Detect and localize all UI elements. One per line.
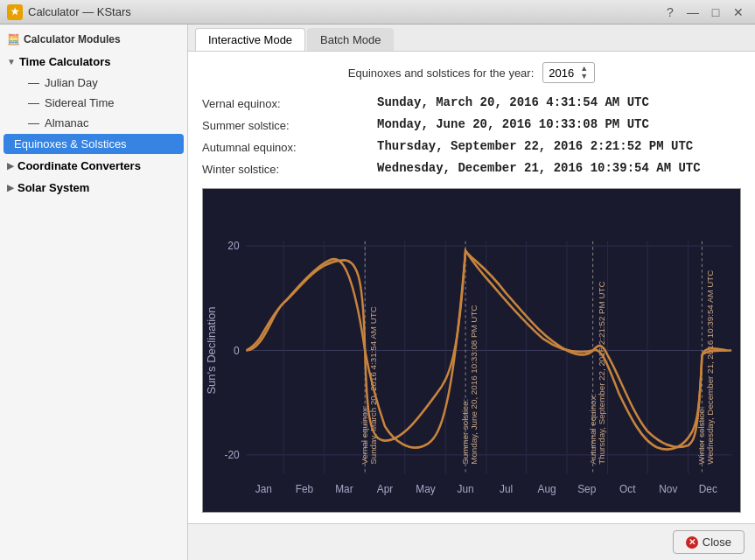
svg-text:Winter solstice:: Winter solstice: [698, 407, 707, 465]
coordinate-converters-label: Coordinate Converters [17, 159, 141, 172]
maximize-button[interactable]: □ [706, 3, 725, 22]
app-icon: ★ [7, 4, 23, 20]
svg-text:Thursday, September 22, 2016 2: Thursday, September 22, 2016 2:21:52 PM … [598, 281, 606, 465]
year-spinner-buttons: ▲ ▼ [579, 65, 589, 80]
svg-text:Monday, June 20, 2016 10:33:08: Monday, June 20, 2016 10:33:08 PM UTC [470, 304, 479, 464]
window-close-button[interactable]: ✕ [729, 3, 748, 22]
autumnal-value: Thursday, September 22, 2016 2:21:52 PM … [377, 139, 741, 154]
coord-expand-icon: ▶ [7, 161, 14, 171]
tab-content-interactive: Equinoxes and solstices for the year: 20… [188, 52, 755, 523]
almanac-label: Almanac [45, 116, 89, 130]
svg-text:Sun's Declination: Sun's Declination [206, 306, 217, 394]
close-button[interactable]: ✕ Close [673, 530, 745, 554]
svg-text:Aug: Aug [538, 483, 556, 496]
interactive-tab-label: Interactive Mode [208, 33, 292, 46]
dash-icon3: — [28, 116, 39, 130]
svg-text:Mar: Mar [335, 483, 353, 496]
dash-icon: — [28, 76, 39, 89]
summer-value: Monday, June 20, 2016 10:33:08 PM UTC [377, 117, 741, 132]
svg-text:Jul: Jul [500, 483, 513, 496]
summer-label: Summer solstice: [202, 117, 377, 132]
events-grid: Vernal equinox: Sunday, March 20, 2016 4… [202, 95, 741, 176]
solar-declination-chart: 20 0 -20 Sun's Declination Jan Feb Mar A… [202, 188, 741, 513]
year-decrement-button[interactable]: ▼ [579, 73, 589, 80]
sidebar-item-almanac[interactable]: — Almanac [0, 113, 187, 133]
year-row: Equinoxes and solstices for the year: 20… [202, 62, 741, 83]
svg-text:Dec: Dec [699, 483, 717, 496]
chart-svg: 20 0 -20 Sun's Declination Jan Feb Mar A… [203, 189, 740, 512]
dash-icon2: — [28, 96, 39, 109]
titlebar: ★ Calculator — KStars ? — □ ✕ [0, 0, 755, 24]
svg-text:Nov: Nov [659, 483, 678, 496]
sidebar-section-time[interactable]: ▼ Time Calculators [0, 51, 187, 73]
svg-text:Oct: Oct [619, 483, 636, 496]
equinoxes-label: Equinoxes & Solstices [14, 137, 127, 150]
winter-label: Winter solstice: [202, 161, 377, 176]
sidebar-section-solar[interactable]: ▶ Solar System [0, 177, 187, 199]
autumnal-label: Autumnal equinox: [202, 139, 377, 154]
vernal-label: Vernal equinox: [202, 95, 377, 110]
solar-expand-icon: ▶ [7, 183, 14, 192]
svg-text:May: May [416, 483, 436, 496]
minimize-button[interactable]: — [683, 3, 703, 22]
winter-value: Wednesday, December 21, 2016 10:39:54 AM… [377, 161, 741, 176]
svg-text:Autumnal equinox:: Autumnal equinox: [589, 394, 598, 465]
window-title: Calculator — KStars [28, 5, 131, 18]
calculator-modules-label: Calculator Modules [24, 33, 121, 46]
svg-text:0: 0 [234, 344, 240, 357]
tab-bar: Interactive Mode Batch Mode [188, 24, 755, 52]
sidebar-item-julian-day[interactable]: — Julian Day [0, 73, 187, 93]
julian-day-label: Julian Day [45, 76, 98, 89]
tab-interactive[interactable]: Interactive Mode [195, 28, 305, 51]
svg-text:Sep: Sep [577, 483, 596, 496]
svg-text:-20: -20 [224, 449, 239, 462]
sidebar-section-coordinate[interactable]: ▶ Coordinate Converters [0, 155, 187, 177]
tab-batch[interactable]: Batch Mode [307, 28, 394, 51]
vernal-value: Sunday, March 20, 2016 4:31:54 AM UTC [377, 95, 741, 110]
year-value: 2016 [549, 66, 574, 80]
sidebar-item-sidereal-time[interactable]: — Sidereal Time [0, 93, 187, 113]
bottom-bar: ✕ Close [188, 523, 755, 560]
solar-system-label: Solar System [17, 181, 89, 194]
year-description: Equinoxes and solstices for the year: [348, 66, 534, 80]
svg-text:Jan: Jan [255, 483, 272, 496]
svg-text:Apr: Apr [377, 483, 393, 496]
svg-text:Jun: Jun [457, 483, 473, 496]
titlebar-left: ★ Calculator — KStars [7, 4, 131, 20]
time-expand-icon: ▼ [7, 57, 16, 66]
calculator-modules-icon: 🧮 [7, 33, 20, 46]
year-spinner[interactable]: 2016 ▲ ▼ [542, 62, 595, 83]
svg-text:Feb: Feb [296, 483, 314, 496]
time-calculators-label: Time Calculators [19, 55, 111, 68]
sidereal-time-label: Sidereal Time [45, 96, 114, 109]
close-label: Close [703, 536, 731, 549]
help-button[interactable]: ? [661, 3, 680, 22]
main-layout: 🧮 Calculator Modules ▼ Time Calculators … [0, 24, 755, 560]
sidebar-item-equinoxes[interactable]: Equinoxes & Solstices [3, 134, 184, 154]
svg-text:Wednesday, December 21, 2016 1: Wednesday, December 21, 2016 10:39:54 AM… [707, 270, 716, 464]
svg-text:20: 20 [227, 240, 239, 253]
svg-text:Summer solstice:: Summer solstice: [461, 399, 470, 465]
titlebar-controls: ? — □ ✕ [661, 3, 748, 22]
close-icon: ✕ [686, 536, 698, 549]
batch-tab-label: Batch Mode [320, 33, 381, 46]
sidebar: 🧮 Calculator Modules ▼ Time Calculators … [0, 24, 188, 560]
content-area: Interactive Mode Batch Mode Equinoxes an… [188, 24, 755, 560]
sidebar-modules-header: 🧮 Calculator Modules [0, 28, 187, 51]
